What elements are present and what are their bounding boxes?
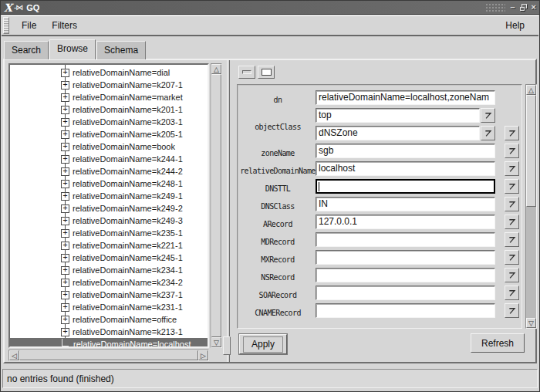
tree-expander-plus-icon[interactable]: +	[61, 316, 69, 324]
scrollbar-thumb[interactable]	[19, 350, 198, 360]
tree-expander-plus-icon[interactable]: +	[61, 328, 69, 336]
tree-row[interactable]: +relativeDomainName=k207-1	[10, 79, 208, 91]
apply-button[interactable]: Apply	[239, 334, 287, 354]
value-option-button[interactable]	[481, 108, 495, 123]
tree-row[interactable]: +relativeDomainName=k203-1	[10, 116, 208, 128]
scroll-right-icon[interactable]: ▷	[198, 350, 208, 360]
collapse-entry-button[interactable]	[238, 66, 255, 79]
tree-expander-plus-icon[interactable]: +	[61, 217, 69, 225]
attribute-value-input[interactable]: sgb	[316, 144, 495, 158]
scrollbar-thumb[interactable]	[211, 74, 221, 337]
tree-expander-plus-icon[interactable]: +	[61, 155, 69, 164]
value-option-button[interactable]	[481, 126, 495, 140]
scroll-left-icon[interactable]: ◁	[9, 350, 19, 360]
tree-expander-plus-icon[interactable]: +	[61, 254, 69, 262]
tree-row[interactable]: +relativeDomainName=k234-1	[10, 264, 208, 276]
tree-expander-plus-icon[interactable]: +	[61, 204, 69, 213]
scroll-down-icon[interactable]: ▽	[526, 318, 536, 328]
tree-horizontal-scrollbar[interactable]: ◁ ▷	[8, 350, 209, 361]
tree-row[interactable]: +relativeDomainName=k244-1	[10, 153, 208, 165]
tree-row[interactable]: +relativeDomainName=k231-1	[10, 301, 208, 313]
tree-expander-plus-icon[interactable]: +	[61, 118, 69, 127]
tree-expander-plus-icon[interactable]: +	[61, 266, 69, 275]
add-value-button[interactable]	[505, 179, 519, 194]
expand-entry-button[interactable]	[258, 66, 275, 79]
tree-row[interactable]: +relativeDomainName=k245-1	[10, 252, 208, 264]
paned-resize-handle[interactable]	[223, 336, 231, 355]
attribute-value-input[interactable]	[316, 250, 495, 265]
tree-vertical-scrollbar[interactable]: △ ▽	[211, 63, 222, 348]
tree-expander-plus-icon[interactable]: +	[61, 69, 69, 77]
attribute-value-input[interactable]	[316, 179, 495, 194]
tree-row[interactable]: +relativeDomainName=office	[10, 313, 208, 326]
tree-row[interactable]: +relativeDomainName=k249-3	[10, 215, 208, 227]
add-value-button[interactable]	[505, 268, 519, 282]
attribute-value-input[interactable]: dNSZone	[316, 126, 480, 140]
tree-expander-plus-icon[interactable]: +	[61, 291, 69, 299]
scrollbar-thumb[interactable]	[526, 95, 536, 207]
attribute-value-input[interactable]	[316, 268, 495, 282]
tree-row[interactable]: +relativeDomainName=k235-1	[10, 227, 208, 239]
add-value-button[interactable]	[505, 144, 519, 158]
tab-search[interactable]: Search	[4, 41, 49, 59]
attribute-value-input[interactable]: localhost	[316, 161, 495, 176]
add-value-button[interactable]	[505, 232, 519, 247]
tree-expander-plus-icon[interactable]: +	[61, 130, 69, 139]
tree-row[interactable]: +relativeDomainName=book	[10, 140, 208, 153]
tree-row[interactable]: +relativeDomainName=k249-1	[10, 190, 208, 202]
attribute-value-input[interactable]: top	[316, 108, 480, 123]
tree-row[interactable]: +relativeDomainName=k221-1	[10, 239, 208, 252]
tree-expander-plus-icon[interactable]: +	[61, 143, 69, 151]
tree-expander-plus-icon[interactable]: +	[61, 81, 69, 90]
menu-filters[interactable]: Filters	[44, 18, 85, 33]
tree-row[interactable]: +relativeDomainName=k248-1	[10, 177, 208, 190]
attribute-value-input[interactable]: 127.0.0.1	[316, 215, 495, 229]
add-value-button[interactable]	[505, 303, 519, 318]
form-vertical-scrollbar[interactable]: △ ▽	[525, 84, 537, 329]
tree-row[interactable]: +relativeDomainName=k249-2	[10, 202, 208, 215]
tree-row[interactable]: +relativeDomainName=k244-2	[10, 165, 208, 177]
menu-help[interactable]: Help	[498, 18, 532, 33]
tree-row[interactable]: relativeDomainName=localhost	[10, 338, 208, 348]
title-bar[interactable]: X -⋈ GQ – ×	[1, 1, 539, 15]
tree-expander-plus-icon[interactable]: +	[61, 229, 69, 238]
add-value-button[interactable]	[505, 250, 519, 265]
tree-expander-plus-icon[interactable]: +	[61, 93, 69, 102]
add-value-button[interactable]	[505, 161, 519, 176]
tree-expander-plus-icon[interactable]: +	[61, 279, 69, 287]
minimize-icon[interactable]: –	[510, 3, 515, 12]
tree-view[interactable]: +relativeDomainName=dial+relativeDomainN…	[8, 63, 209, 348]
tab-schema[interactable]: Schema	[96, 41, 146, 59]
tree-expander-plus-icon[interactable]: +	[61, 180, 69, 188]
tree-row[interactable]: +relativeDomainName=k213-1	[10, 326, 208, 338]
tree-row[interactable]: +relativeDomainName=dial	[10, 66, 208, 79]
attribute-value-input[interactable]	[316, 286, 495, 300]
tree-expander-plus-icon[interactable]: +	[61, 106, 69, 114]
tree-row[interactable]: +relativeDomainName=k234-2	[10, 276, 208, 289]
restore-icon[interactable]	[520, 4, 527, 11]
menubar-grip-handle[interactable]	[3, 17, 9, 34]
attribute-value-input[interactable]: IN	[316, 197, 495, 211]
attribute-value-input[interactable]	[316, 232, 495, 247]
tree-expander-plus-icon[interactable]: +	[61, 192, 69, 201]
tree-row[interactable]: +relativeDomainName=k201-1	[10, 103, 208, 116]
tab-browse[interactable]: Browse	[49, 39, 96, 59]
tree-expander-plus-icon[interactable]: +	[61, 167, 69, 176]
scroll-up-icon[interactable]: △	[211, 64, 221, 74]
add-value-button[interactable]	[505, 126, 519, 140]
refresh-button[interactable]: Refresh	[471, 333, 525, 353]
menu-file[interactable]: File	[14, 18, 44, 33]
tree-expander-plus-icon[interactable]: +	[61, 242, 69, 250]
close-icon[interactable]: ×	[532, 3, 536, 12]
add-value-button[interactable]	[505, 197, 519, 211]
scroll-down-icon[interactable]: ▽	[211, 337, 221, 347]
tree-row[interactable]: +relativeDomainName=market	[10, 91, 208, 103]
attribute-value-input[interactable]: relativeDomainName=localhost,zoneNam	[316, 90, 495, 105]
add-value-button[interactable]	[505, 215, 519, 229]
tree-row[interactable]: +relativeDomainName=k205-1	[10, 128, 208, 140]
attribute-value-input[interactable]	[316, 303, 495, 318]
add-value-button[interactable]	[505, 286, 519, 300]
scroll-up-icon[interactable]: △	[526, 85, 536, 95]
tree-expander-plus-icon[interactable]: +	[61, 303, 69, 312]
tree-row[interactable]: +relativeDomainName=k237-1	[10, 289, 208, 301]
